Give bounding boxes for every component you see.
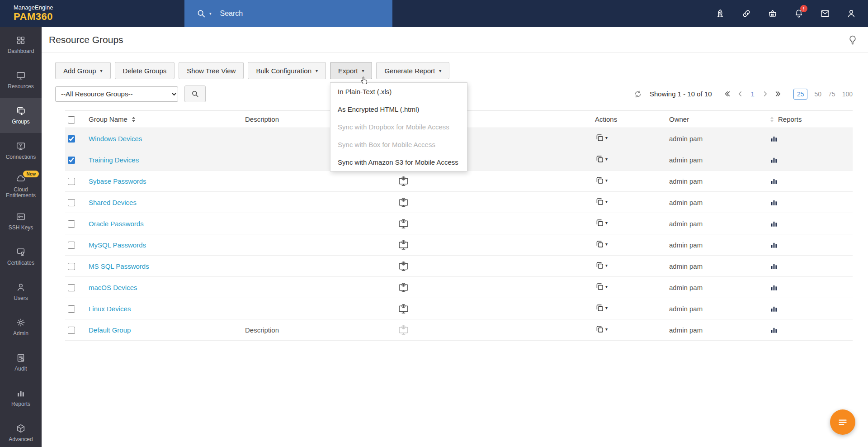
add-resources-icon[interactable] xyxy=(398,197,409,208)
caret-down-icon: ▾ xyxy=(100,68,103,73)
account-icon[interactable] xyxy=(846,9,856,19)
resource-group-filter-select[interactable]: --All Resource Groups-- xyxy=(55,86,178,102)
reports-chart-icon[interactable] xyxy=(769,240,778,249)
global-search-input[interactable] xyxy=(219,9,355,18)
group-name-link[interactable]: Linux Devices xyxy=(89,305,131,313)
reports-chart-icon[interactable] xyxy=(769,198,778,207)
sidebar-item-audit[interactable]: Audit xyxy=(0,345,42,380)
sidebar-item-cloud-entitlements[interactable]: New Cloud Entitlements xyxy=(0,168,42,204)
caret-down-icon: ▾ xyxy=(605,242,608,247)
refresh-icon[interactable] xyxy=(633,90,642,99)
menu-icon xyxy=(837,416,849,428)
reports-chart-icon[interactable] xyxy=(769,219,778,228)
current-page-number[interactable]: 1 xyxy=(751,90,755,98)
row-checkbox[interactable] xyxy=(68,135,75,143)
delete-groups-button[interactable]: Delete Groups xyxy=(115,62,175,79)
group-name-link[interactable]: Shared Devices xyxy=(89,199,137,206)
monitor-icon xyxy=(16,71,26,81)
resource-actions-button[interactable]: ▾ xyxy=(595,239,608,249)
group-name-link[interactable]: Windows Devices xyxy=(89,135,142,143)
menu-item-sync-amazon-s3[interactable]: Sync with Amazon S3 for Mobile Access xyxy=(330,153,467,171)
show-tree-view-button[interactable]: Show Tree View xyxy=(179,62,244,79)
column-owner[interactable]: Owner xyxy=(669,115,689,123)
sidebar-item-connections[interactable]: Connections xyxy=(0,133,42,168)
resource-actions-button[interactable]: ▾ xyxy=(595,133,608,143)
reports-chart-icon[interactable] xyxy=(769,304,778,313)
resource-actions-button[interactable]: ▾ xyxy=(595,282,608,291)
reports-chart-icon[interactable] xyxy=(769,325,778,334)
export-button[interactable]: Export ▾ xyxy=(330,62,372,79)
sidebar-item-resources[interactable]: Resources xyxy=(0,62,42,98)
store-basket-icon[interactable] xyxy=(768,9,778,19)
reports-chart-icon[interactable] xyxy=(769,176,778,185)
row-checkbox[interactable] xyxy=(68,242,75,249)
previous-page-icon[interactable] xyxy=(736,90,744,98)
resource-actions-button[interactable]: ▾ xyxy=(595,303,608,313)
row-checkbox[interactable] xyxy=(68,199,75,206)
resource-actions-button[interactable]: ▾ xyxy=(595,261,608,270)
sidebar-item-advanced[interactable]: Advanced xyxy=(0,415,42,447)
group-name-link[interactable]: Sybase Passwords xyxy=(89,177,146,185)
sort-icon[interactable] xyxy=(131,116,136,123)
row-checkbox[interactable] xyxy=(68,178,75,185)
menu-item-plain-text-xls[interactable]: In Plain-Text (.xls) xyxy=(330,83,467,100)
row-checkbox[interactable] xyxy=(68,327,75,334)
sort-icon[interactable] xyxy=(769,116,774,123)
group-name-link[interactable]: Training Devices xyxy=(89,156,139,164)
reports-chart-icon[interactable] xyxy=(769,262,778,271)
add-resources-icon[interactable] xyxy=(398,239,409,251)
resource-actions-button[interactable]: ▾ xyxy=(595,154,608,164)
reports-chart-icon[interactable] xyxy=(769,155,778,164)
page-header: Resource Groups xyxy=(42,27,868,52)
resource-actions-button[interactable]: ▾ xyxy=(595,218,608,228)
add-resources-icon[interactable] xyxy=(398,303,409,314)
sidebar-item-reports[interactable]: Reports xyxy=(0,380,42,415)
group-name-link[interactable]: MySQL Passwords xyxy=(89,241,146,249)
row-checkbox[interactable] xyxy=(68,284,75,291)
sidebar-item-users[interactable]: Users xyxy=(0,274,42,309)
lightbulb-icon[interactable] xyxy=(847,34,858,45)
group-name-link[interactable]: macOS Devices xyxy=(89,284,137,291)
add-resources-icon[interactable] xyxy=(398,282,409,293)
page-size-25[interactable]: 25 xyxy=(793,89,808,100)
sidebar-item-dashboard[interactable]: Dashboard xyxy=(0,27,42,62)
last-page-icon[interactable] xyxy=(774,90,782,98)
resource-actions-button[interactable]: ▾ xyxy=(595,197,608,206)
row-checkbox[interactable] xyxy=(68,220,75,228)
resource-actions-button[interactable]: ▾ xyxy=(595,324,608,334)
page-size-100[interactable]: 100 xyxy=(842,90,853,98)
search-scope-caret-icon[interactable]: ▾ xyxy=(209,11,212,16)
sidebar-item-ssh-keys[interactable]: SSH Keys xyxy=(0,204,42,239)
bulk-configuration-button[interactable]: Bulk Configuration ▾ xyxy=(248,62,326,79)
next-page-icon[interactable] xyxy=(761,90,769,98)
link-icon[interactable] xyxy=(741,9,751,19)
sidebar-item-admin[interactable]: Admin xyxy=(0,309,42,345)
rocket-icon[interactable] xyxy=(715,9,725,19)
sidebar-item-certificates[interactable]: Certificates xyxy=(0,239,42,274)
group-name-link[interactable]: MS SQL Passwords xyxy=(89,262,149,270)
add-resources-icon[interactable] xyxy=(398,261,409,272)
add-group-button[interactable]: Add Group ▾ xyxy=(55,62,111,79)
row-checkbox[interactable] xyxy=(68,263,75,270)
first-page-icon[interactable] xyxy=(724,90,731,98)
group-name-link[interactable]: Oracle Passwords xyxy=(89,220,144,228)
row-checkbox[interactable] xyxy=(68,305,75,313)
page-size-50[interactable]: 50 xyxy=(814,90,821,98)
add-resources-icon[interactable] xyxy=(398,176,409,187)
mail-icon[interactable] xyxy=(820,9,830,19)
page-size-75[interactable]: 75 xyxy=(828,90,835,98)
filter-search-button[interactable] xyxy=(184,86,206,102)
notifications-button[interactable]: ! xyxy=(794,9,804,19)
generate-report-button[interactable]: Generate Report ▾ xyxy=(376,62,449,79)
group-name-link[interactable]: Default Group xyxy=(89,326,131,334)
reports-chart-icon[interactable] xyxy=(769,283,778,292)
floating-menu-button[interactable] xyxy=(830,409,855,435)
row-checkbox[interactable] xyxy=(68,157,75,164)
sidebar-item-groups[interactable]: Groups xyxy=(0,98,42,133)
column-group-name[interactable]: Group Name xyxy=(89,115,127,123)
menu-item-encrypted-html[interactable]: As Encrypted HTML (.html) xyxy=(330,100,467,118)
resource-actions-button[interactable]: ▾ xyxy=(595,176,608,185)
add-resources-icon[interactable] xyxy=(398,218,409,229)
select-all-checkbox[interactable] xyxy=(68,116,75,124)
reports-chart-icon[interactable] xyxy=(769,134,778,143)
